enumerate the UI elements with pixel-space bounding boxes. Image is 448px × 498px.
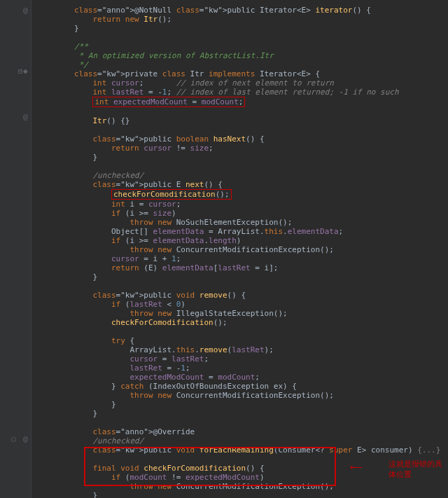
gutter-mark[interactable]: @ — [23, 112, 28, 121]
code-line[interactable]: class="kw">public void forEachRemaining(… — [37, 445, 448, 455]
code-line[interactable]: throw new ConcurrentModificationExceptio… — [37, 482, 448, 491]
code-line[interactable]: return new Itr(); — [37, 15, 448, 24]
code-line[interactable]: } — [37, 400, 448, 409]
code-line[interactable]: int expectedModCount = modCount; — [37, 97, 448, 107]
code-line[interactable]: ArrayList.this.remove(lastRet); — [37, 345, 448, 354]
code-line[interactable]: class="kw">public E next() { — [37, 180, 448, 189]
code-line[interactable]: if (modCount != expectedModCount) — [37, 473, 448, 482]
code-line[interactable]: int cursor; // index of next element to … — [37, 78, 448, 88]
code-line[interactable]: Object[] elementData = ArrayList.this.el… — [37, 227, 448, 236]
code-line[interactable]: /unchecked/ — [37, 171, 448, 180]
code-line[interactable]: cursor = lastRet; — [37, 354, 448, 364]
code-line[interactable]: int lastRet = -1; // index of last eleme… — [37, 88, 448, 97]
code-line[interactable]: return cursor != size; — [37, 144, 448, 153]
highlight-box: checkForComodification(); — [111, 189, 232, 200]
gutter-mark[interactable]: @ — [23, 434, 28, 443]
gutter-mark[interactable]: ⊟ — [18, 67, 23, 76]
code-line[interactable]: * An optimized version of AbstractList.I… — [37, 51, 448, 60]
code-line[interactable]: if (i >= elementData.length) — [37, 236, 448, 245]
code-line[interactable] — [37, 107, 448, 116]
code-line[interactable]: checkForComodification(); — [37, 189, 448, 200]
code-line[interactable] — [37, 455, 448, 464]
code-line[interactable]: try { — [37, 336, 448, 345]
code-line[interactable]: class="kw">private class Itr implements … — [37, 69, 448, 78]
gutter-mark[interactable]: ◯ — [11, 434, 16, 443]
code-line[interactable]: } — [37, 491, 448, 498]
code-line[interactable]: /unchecked/ — [37, 436, 448, 445]
code-line[interactable]: class="anno">@NotNull class="kw">public … — [37, 6, 448, 15]
code-line[interactable] — [37, 327, 448, 336]
code-line[interactable]: } — [37, 153, 448, 162]
code-editor[interactable]: class="anno">@NotNull class="kw">public … — [31, 0, 448, 498]
gutter-mark[interactable]: ◆ — [23, 67, 28, 76]
editor-gutter[interactable]: @⊟◆@◯@ — [0, 0, 31, 498]
code-line[interactable]: if (i >= size) — [37, 209, 448, 218]
code-line[interactable]: throw new NoSuchElementException(); — [37, 218, 448, 227]
code-line[interactable]: class="kw">public boolean hasNext() { — [37, 134, 448, 144]
code-line[interactable]: checkForComodification(); — [37, 318, 448, 327]
code-line[interactable]: class="anno">@Override — [37, 427, 448, 436]
code-line[interactable] — [37, 33, 448, 42]
code-line[interactable]: } — [37, 272, 448, 282]
annotation-arrow: ←— — [350, 461, 362, 472]
code-line[interactable]: } — [37, 409, 448, 418]
code-line[interactable] — [37, 162, 448, 171]
code-line[interactable]: final void checkForComodification() { — [37, 464, 448, 473]
code-line[interactable]: throw new IllegalStateException(); — [37, 309, 448, 318]
code-line[interactable]: cursor = i + 1; — [37, 254, 448, 263]
code-line[interactable]: lastRet = -1; — [37, 364, 448, 373]
code-line[interactable] — [37, 282, 448, 291]
code-line[interactable]: } catch (IndexOutOfBoundsException ex) { — [37, 382, 448, 391]
code-line[interactable]: expectedModCount = modCount; — [37, 373, 448, 382]
code-line[interactable] — [37, 418, 448, 427]
code-line[interactable]: int i = cursor; — [37, 200, 448, 209]
highlight-box: int expectedModCount = modCount; — [92, 97, 245, 107]
code-line[interactable]: if (lastRet < 0) — [37, 300, 448, 309]
code-line[interactable]: */ — [37, 60, 448, 69]
code-line[interactable]: Itr() {} — [37, 116, 448, 125]
code-line[interactable]: throw new ConcurrentModificationExceptio… — [37, 245, 448, 254]
code-line[interactable] — [37, 125, 448, 134]
code-line[interactable]: } — [37, 24, 448, 33]
gutter-mark[interactable]: @ — [23, 6, 28, 15]
code-line[interactable]: class="kw">public void remove() { — [37, 291, 448, 300]
code-line[interactable]: throw new ConcurrentModificationExceptio… — [37, 391, 448, 400]
code-line[interactable]: return (E) elementData[lastRet = i]; — [37, 263, 448, 272]
annotation-label: 这就是报错的具体位置 — [388, 459, 448, 480]
code-line[interactable]: /** — [37, 42, 448, 51]
